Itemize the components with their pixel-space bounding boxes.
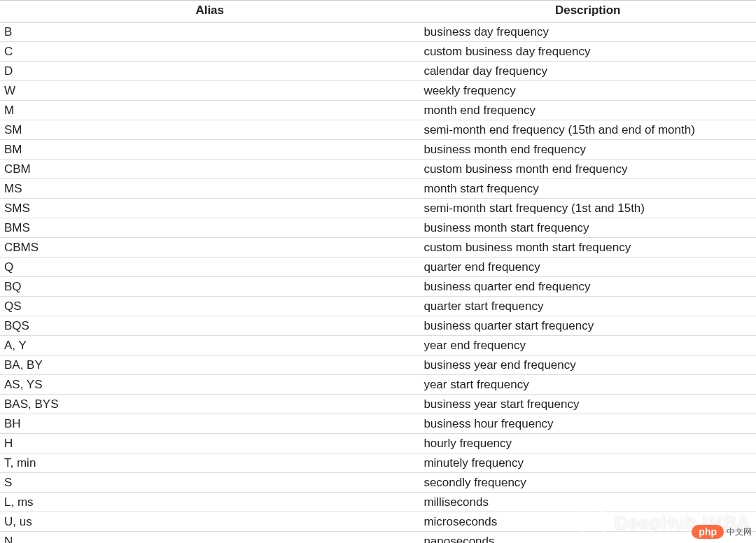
table-row: MSmonth start frequency xyxy=(0,179,756,199)
cell-alias: M xyxy=(0,101,419,120)
cell-description: weekly frequency xyxy=(419,81,756,101)
cell-alias: QS xyxy=(0,297,419,316)
cell-description: year end frequency xyxy=(419,336,756,355)
cell-description: business quarter end frequency xyxy=(419,277,756,297)
table-row: BQSbusiness quarter start frequency xyxy=(0,316,756,336)
cell-description: minutely frequency xyxy=(419,453,756,473)
table-row: Ssecondly frequency xyxy=(0,473,756,493)
table-row: BAS, BYSbusiness year start frequency xyxy=(0,395,756,414)
cell-description: month end frequency xyxy=(419,101,756,120)
cell-description: microseconds xyxy=(419,512,756,532)
cell-alias: BQ xyxy=(0,277,419,297)
cell-description: custom business day frequency xyxy=(419,42,756,62)
cell-description: custom business month end frequency xyxy=(419,160,756,179)
cell-description: year start frequency xyxy=(419,375,756,395)
table-row: BMbusiness month end frequency xyxy=(0,140,756,160)
cell-alias: H xyxy=(0,434,419,453)
table-row: BQbusiness quarter end frequency xyxy=(0,277,756,297)
table-row: BHbusiness hour frequency xyxy=(0,414,756,434)
cell-alias: SMS xyxy=(0,199,419,218)
cell-alias: U, us xyxy=(0,512,419,532)
table-row: AS, YSyear start frequency xyxy=(0,375,756,395)
cell-alias: B xyxy=(0,22,419,42)
table-row: SMSsemi-month start frequency (1st and 1… xyxy=(0,199,756,218)
cell-alias: BMS xyxy=(0,218,419,238)
table-row: A, Yyear end frequency xyxy=(0,336,756,355)
table-row: Bbusiness day frequency xyxy=(0,22,756,42)
cell-alias: BM xyxy=(0,140,419,160)
cell-description: calendar day frequency xyxy=(419,62,756,81)
table-row: Hhourly frequency xyxy=(0,434,756,453)
cell-description: semi-month end frequency (15th and end o… xyxy=(419,120,756,140)
table-row: Ccustom business day frequency xyxy=(0,42,756,62)
cell-alias: S xyxy=(0,473,419,493)
cell-description: business year start frequency xyxy=(419,395,756,414)
cell-alias: T, min xyxy=(0,453,419,473)
table-header-row: Alias Description xyxy=(0,1,756,22)
cell-alias: BQS xyxy=(0,316,419,336)
table-row: L, msmilliseconds xyxy=(0,493,756,512)
cell-alias: C xyxy=(0,42,419,62)
cell-alias: MS xyxy=(0,179,419,199)
cell-description: quarter start frequency xyxy=(419,297,756,316)
cell-description: nanoseconds xyxy=(419,532,756,544)
cell-alias: BAS, BYS xyxy=(0,395,419,414)
cell-description: quarter end frequency xyxy=(419,258,756,277)
cell-description: milliseconds xyxy=(419,493,756,512)
table-row: BA, BYbusiness year end frequency xyxy=(0,355,756,375)
cell-description: custom business month start frequency xyxy=(419,238,756,258)
cell-alias: CBM xyxy=(0,160,419,179)
table-row: Dcalendar day frequency xyxy=(0,62,756,81)
cell-alias: L, ms xyxy=(0,493,419,512)
cell-alias: SM xyxy=(0,120,419,140)
table-row: BMSbusiness month start frequency xyxy=(0,218,756,238)
cell-description: secondly frequency xyxy=(419,473,756,493)
cell-description: business hour frequency xyxy=(419,414,756,434)
header-description: Description xyxy=(419,1,756,22)
table-row: U, usmicroseconds xyxy=(0,512,756,532)
cell-description: business day frequency xyxy=(419,22,756,42)
cell-description: month start frequency xyxy=(419,179,756,199)
cell-description: business year end frequency xyxy=(419,355,756,375)
cell-description: semi-month start frequency (1st and 15th… xyxy=(419,199,756,218)
cell-alias: BH xyxy=(0,414,419,434)
table-row: Wweekly frequency xyxy=(0,81,756,101)
cell-alias: W xyxy=(0,81,419,101)
table-row: T, minminutely frequency xyxy=(0,453,756,473)
header-alias: Alias xyxy=(0,1,419,22)
cell-alias: N xyxy=(0,532,419,544)
frequency-alias-table: Alias Description Bbusiness day frequenc… xyxy=(0,0,756,543)
cell-description: business quarter start frequency xyxy=(419,316,756,336)
table-row: Qquarter end frequency xyxy=(0,258,756,277)
table-row: SMsemi-month end frequency (15th and end… xyxy=(0,120,756,140)
cell-description: hourly frequency xyxy=(419,434,756,453)
table-row: Mmonth end frequency xyxy=(0,101,756,120)
cell-alias: CBMS xyxy=(0,238,419,258)
cell-alias: AS, YS xyxy=(0,375,419,395)
cell-description: business month end frequency xyxy=(419,140,756,160)
cell-alias: Q xyxy=(0,258,419,277)
table-row: CBMScustom business month start frequenc… xyxy=(0,238,756,258)
cell-alias: D xyxy=(0,62,419,81)
table-row: QSquarter start frequency xyxy=(0,297,756,316)
table-row: Nnanoseconds xyxy=(0,532,756,544)
cell-alias: BA, BY xyxy=(0,355,419,375)
cell-alias: A, Y xyxy=(0,336,419,355)
table-row: CBMcustom business month end frequency xyxy=(0,160,756,179)
cell-description: business month start frequency xyxy=(419,218,756,238)
